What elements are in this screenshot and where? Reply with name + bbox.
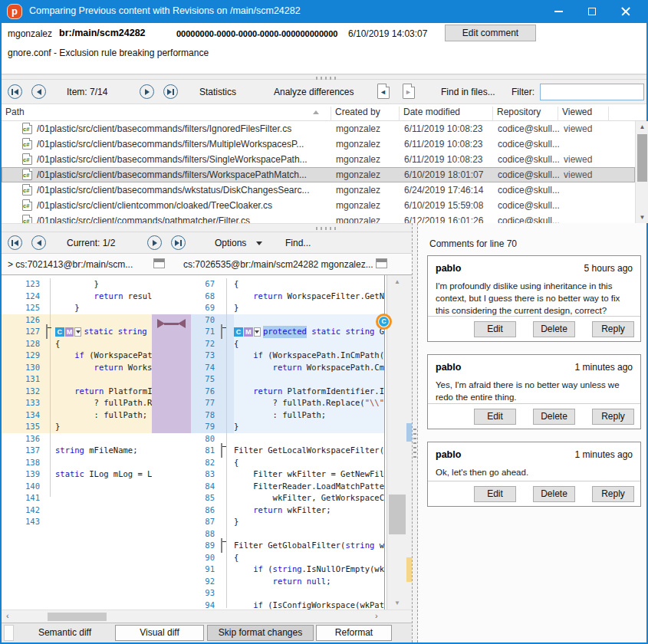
class-badge-icon[interactable]: C [234,327,243,337]
comment-marker-icon[interactable]: C [376,314,392,330]
code-line[interactable]: } [234,302,384,314]
skip-format-changes-button[interactable]: Skip format changes [207,625,314,641]
badge-dropdown-icon[interactable] [254,327,261,337]
diff-code-area[interactable]: 1231241251261271281291301311321331341351… [2,275,412,610]
code-line[interactable]: : fullPath; [234,409,384,422]
code-line[interactable]: : fullPath; [55,409,152,422]
diff-scrollbar-thumb[interactable] [389,495,406,534]
horizontal-splitter-top[interactable] [2,74,646,80]
code-line[interactable]: if (WorkspacePath [55,350,152,362]
collapse-toggle-icon[interactable] [221,324,222,339]
collapse-toggle-icon[interactable] [221,538,222,553]
filter-input[interactable] [540,84,644,100]
previous-item-button[interactable] [31,84,46,99]
options-menu[interactable]: Options [215,238,246,248]
code-line[interactable] [55,457,152,469]
file-row[interactable]: c#/01plastic/src/client/basecommands/fil… [2,121,635,136]
scroll-left-icon[interactable]: ‹ [6,611,9,620]
next-diff-button[interactable] [147,235,162,250]
file-row[interactable]: c#/01plastic/src/client/basecommands/wks… [2,182,635,198]
delete-button[interactable]: Delete [533,409,575,425]
column-header-viewed[interactable]: Viewed [558,107,609,121]
code-line[interactable] [234,528,384,540]
code-line[interactable]: } [234,421,384,433]
next-difference-file-icon[interactable]: ► [403,84,415,99]
code-line[interactable]: return WorkspacePath.CmP [234,362,384,374]
edit-button[interactable]: Edit [474,486,516,502]
reply-button[interactable]: Reply [592,321,634,337]
code-line[interactable] [55,504,152,517]
find-link[interactable]: Find... [285,238,311,248]
code-line[interactable]: return PlatformIdentifier.Is [234,386,384,398]
scroll-up-icon[interactable]: ▲ [390,278,404,285]
scroll-right-icon[interactable]: › [375,611,378,620]
file-list-scrollbar-thumb[interactable] [637,134,647,182]
method-badge-icon[interactable]: M [244,327,253,337]
code-line[interactable]: { [234,552,384,564]
reply-button[interactable]: Reply [592,486,634,502]
edit-button[interactable]: Edit [474,409,516,425]
code-line[interactable] [234,587,384,600]
right-code-panel[interactable]: { return WorkspaceFilter.GetNe}CMprotect… [234,275,385,610]
edit-button[interactable]: Edit [474,321,516,337]
column-header-path[interactable]: Path [2,107,331,121]
code-line[interactable]: ? fullPath.Re [55,397,152,409]
statistics-link[interactable]: Statistics [199,87,236,97]
code-line[interactable] [55,433,152,445]
code-line[interactable]: Filter GetLocalWorkspaceFilter(s [234,445,384,457]
close-button[interactable] [613,0,639,23]
maximize-button[interactable] [579,0,605,23]
edit-comment-button[interactable]: Edit comment [445,25,536,41]
diff-hscrollbar-thumb[interactable] [48,613,107,621]
previous-difference-file-icon[interactable]: ◄ [377,84,390,99]
scroll-up-icon[interactable]: ▲ [636,121,648,133]
code-line[interactable] [55,314,152,327]
scroll-down-icon[interactable]: ▼ [390,600,404,606]
code-line[interactable]: } [55,421,152,433]
left-code-panel[interactable]: } return result; }CMstatic string { if (… [55,275,152,610]
badge-dropdown-icon[interactable] [74,327,81,337]
code-line[interactable]: Filter wkFilter = GetNewFilt [234,468,384,481]
class-badge-icon[interactable]: C [55,327,64,337]
last-item-button[interactable] [163,84,178,99]
open-right-revision-icon[interactable] [376,258,387,268]
code-line[interactable]: static ILog mLog = Lo [55,468,152,481]
diff-horizontal-scrollbar[interactable]: ‹ › [2,610,412,623]
reformat-button[interactable]: Reformat [316,625,392,641]
collapse-toggle-icon[interactable] [46,324,48,339]
code-line[interactable]: if (IsConfigWorkspace(wkPath [234,600,384,610]
column-header-repository[interactable]: Repository [493,107,558,121]
code-line[interactable] [55,492,152,504]
next-item-button[interactable] [140,84,154,99]
code-line[interactable]: } [55,278,152,291]
minimize-button[interactable] [545,0,571,23]
code-line[interactable]: return wkFilter; [234,504,384,517]
code-line[interactable]: ? fullPath.Replace("\\", [234,397,384,409]
diff-marker-current[interactable] [406,423,412,442]
file-row[interactable]: c#/01plastic/src/client/commands/pathmat… [2,213,635,223]
diff-marker-change[interactable] [406,557,412,582]
code-line[interactable] [55,516,152,528]
last-diff-button[interactable] [171,235,186,250]
code-line[interactable]: } [55,302,152,314]
open-left-revision-icon[interactable] [153,258,165,268]
find-in-files-link[interactable]: Find in files... [441,87,495,97]
code-line[interactable] [234,314,384,327]
code-line[interactable]: { [234,457,384,469]
code-line[interactable]: return result; [55,291,152,303]
code-line[interactable]: { [55,338,152,350]
code-line[interactable]: { [234,338,384,350]
code-line[interactable] [234,373,384,386]
collapse-toggle-icon[interactable] [221,443,222,458]
scroll-down-icon[interactable]: ▼ [636,212,648,223]
code-line[interactable]: if (string.IsNullOrEmpty(wkP [234,564,384,576]
code-line[interactable]: return PlatformId [55,386,152,398]
column-header-created-by[interactable]: Created by [331,107,400,121]
code-line[interactable]: string mFileName; [55,445,152,457]
code-line[interactable]: FilterReader.LoadMatchPatter [234,481,384,493]
file-row[interactable]: c#/01plastic/src/client/clientcommon/clo… [2,198,635,213]
reply-button[interactable]: Reply [592,409,634,425]
file-list-scrollbar[interactable]: ▲ ▼ [635,121,648,223]
code-line[interactable]: } [234,516,384,528]
code-line[interactable] [55,481,152,493]
